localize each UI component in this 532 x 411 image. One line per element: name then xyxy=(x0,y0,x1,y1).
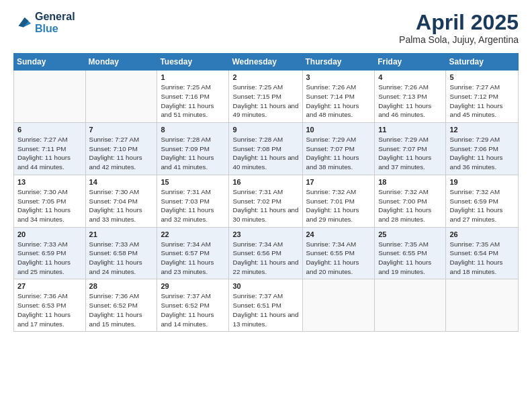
day-info: Sunrise: 7:27 AMSunset: 7:12 PMDaylight:… xyxy=(449,83,515,120)
day-info: Sunrise: 7:31 AMSunset: 7:02 PMDaylight:… xyxy=(232,187,298,224)
day-info: Sunrise: 7:29 AMSunset: 7:07 PMDaylight:… xyxy=(306,135,371,172)
day-number: 30 xyxy=(232,282,298,290)
day-number: 15 xyxy=(161,178,225,186)
day-info: Sunrise: 7:32 AMSunset: 7:00 PMDaylight:… xyxy=(378,187,442,224)
day-info: Sunrise: 7:37 AMSunset: 6:52 PMDaylight:… xyxy=(161,291,225,328)
day-info: Sunrise: 7:37 AMSunset: 6:51 PMDaylight:… xyxy=(232,291,298,328)
weekday-header: Tuesday xyxy=(157,54,229,71)
logo: General Blue xyxy=(13,11,75,36)
calendar-cell: 9Sunrise: 7:28 AMSunset: 7:08 PMDaylight… xyxy=(229,123,302,175)
calendar-cell: 24Sunrise: 7:34 AMSunset: 6:55 PMDayligh… xyxy=(302,227,375,279)
calendar-cell: 21Sunrise: 7:33 AMSunset: 6:58 PMDayligh… xyxy=(85,227,157,279)
page: General Blue April 2025 Palma Sola, Juju… xyxy=(0,0,532,411)
calendar-cell: 15Sunrise: 7:31 AMSunset: 7:03 PMDayligh… xyxy=(157,175,229,227)
title-block: April 2025 Palma Sola, Jujuy, Argentina xyxy=(399,11,519,45)
day-number: 6 xyxy=(17,126,82,134)
calendar-cell xyxy=(302,279,375,332)
day-info: Sunrise: 7:29 AMSunset: 7:06 PMDaylight:… xyxy=(449,135,515,172)
day-number: 7 xyxy=(89,126,154,134)
day-info: Sunrise: 7:26 AMSunset: 7:13 PMDaylight:… xyxy=(378,83,442,120)
day-info: Sunrise: 7:28 AMSunset: 7:09 PMDaylight:… xyxy=(161,135,225,172)
calendar-cell: 7Sunrise: 7:27 AMSunset: 7:10 PMDaylight… xyxy=(85,123,157,175)
calendar-cell: 27Sunrise: 7:36 AMSunset: 6:53 PMDayligh… xyxy=(14,279,86,332)
day-info: Sunrise: 7:25 AMSunset: 7:16 PMDaylight:… xyxy=(161,83,225,120)
calendar-cell xyxy=(446,279,519,332)
day-number: 26 xyxy=(449,230,515,238)
day-number: 13 xyxy=(17,178,82,186)
month-title: April 2025 xyxy=(399,11,519,34)
day-info: Sunrise: 7:35 AMSunset: 6:55 PMDaylight:… xyxy=(378,240,442,277)
calendar-week-row: 1Sunrise: 7:25 AMSunset: 7:16 PMDaylight… xyxy=(14,71,519,123)
weekday-header: Thursday xyxy=(302,54,375,71)
calendar-cell: 6Sunrise: 7:27 AMSunset: 7:11 PMDaylight… xyxy=(14,123,86,175)
calendar-cell: 25Sunrise: 7:35 AMSunset: 6:55 PMDayligh… xyxy=(375,227,446,279)
weekday-header: Friday xyxy=(375,54,446,71)
day-info: Sunrise: 7:27 AMSunset: 7:10 PMDaylight:… xyxy=(89,135,154,172)
calendar-table: SundayMondayTuesdayWednesdayThursdayFrid… xyxy=(13,53,519,332)
weekday-header: Monday xyxy=(85,54,157,71)
day-number: 14 xyxy=(89,178,154,186)
day-number: 23 xyxy=(232,230,298,238)
calendar-cell: 12Sunrise: 7:29 AMSunset: 7:06 PMDayligh… xyxy=(446,123,519,175)
day-number: 24 xyxy=(306,230,371,238)
day-number: 8 xyxy=(161,126,225,134)
day-number: 11 xyxy=(378,126,442,134)
day-info: Sunrise: 7:36 AMSunset: 6:52 PMDaylight:… xyxy=(89,291,154,328)
weekday-header: Wednesday xyxy=(229,54,302,71)
day-info: Sunrise: 7:33 AMSunset: 6:58 PMDaylight:… xyxy=(89,240,154,277)
logo-icon xyxy=(13,15,32,31)
logo-text: General Blue xyxy=(35,11,75,36)
day-info: Sunrise: 7:30 AMSunset: 7:04 PMDaylight:… xyxy=(89,187,154,224)
day-info: Sunrise: 7:31 AMSunset: 7:03 PMDaylight:… xyxy=(161,187,225,224)
day-number: 9 xyxy=(232,126,298,134)
day-number: 20 xyxy=(17,230,82,238)
calendar-cell: 10Sunrise: 7:29 AMSunset: 7:07 PMDayligh… xyxy=(302,123,375,175)
calendar-cell: 13Sunrise: 7:30 AMSunset: 7:05 PMDayligh… xyxy=(14,175,86,227)
calendar-cell: 19Sunrise: 7:32 AMSunset: 6:59 PMDayligh… xyxy=(446,175,519,227)
day-info: Sunrise: 7:32 AMSunset: 7:01 PMDaylight:… xyxy=(306,187,371,224)
day-number: 10 xyxy=(306,126,371,134)
day-number: 18 xyxy=(378,178,442,186)
day-info: Sunrise: 7:34 AMSunset: 6:55 PMDaylight:… xyxy=(306,240,371,277)
day-info: Sunrise: 7:29 AMSunset: 7:07 PMDaylight:… xyxy=(378,135,442,172)
calendar-cell xyxy=(14,71,86,123)
day-info: Sunrise: 7:32 AMSunset: 6:59 PMDaylight:… xyxy=(449,187,515,224)
calendar-cell: 18Sunrise: 7:32 AMSunset: 7:00 PMDayligh… xyxy=(375,175,446,227)
calendar-week-row: 20Sunrise: 7:33 AMSunset: 6:59 PMDayligh… xyxy=(14,227,519,279)
calendar-cell: 8Sunrise: 7:28 AMSunset: 7:09 PMDaylight… xyxy=(157,123,229,175)
calendar-cell: 14Sunrise: 7:30 AMSunset: 7:04 PMDayligh… xyxy=(85,175,157,227)
day-info: Sunrise: 7:26 AMSunset: 7:14 PMDaylight:… xyxy=(306,83,371,120)
calendar-cell: 11Sunrise: 7:29 AMSunset: 7:07 PMDayligh… xyxy=(375,123,446,175)
calendar-cell: 3Sunrise: 7:26 AMSunset: 7:14 PMDaylight… xyxy=(302,71,375,123)
day-number: 3 xyxy=(306,73,371,81)
calendar-cell: 1Sunrise: 7:25 AMSunset: 7:16 PMDaylight… xyxy=(157,71,229,123)
day-info: Sunrise: 7:25 AMSunset: 7:15 PMDaylight:… xyxy=(232,83,298,120)
calendar-week-row: 13Sunrise: 7:30 AMSunset: 7:05 PMDayligh… xyxy=(14,175,519,227)
day-number: 4 xyxy=(378,73,442,81)
location-subtitle: Palma Sola, Jujuy, Argentina xyxy=(399,34,519,45)
day-info: Sunrise: 7:27 AMSunset: 7:11 PMDaylight:… xyxy=(17,135,82,172)
day-number: 1 xyxy=(161,73,225,81)
day-number: 29 xyxy=(161,282,225,290)
day-number: 17 xyxy=(306,178,371,186)
calendar-cell: 2Sunrise: 7:25 AMSunset: 7:15 PMDaylight… xyxy=(229,71,302,123)
day-number: 21 xyxy=(89,230,154,238)
day-info: Sunrise: 7:28 AMSunset: 7:08 PMDaylight:… xyxy=(232,135,298,172)
day-info: Sunrise: 7:34 AMSunset: 6:56 PMDaylight:… xyxy=(232,240,298,277)
day-number: 27 xyxy=(17,282,82,290)
day-info: Sunrise: 7:33 AMSunset: 6:59 PMDaylight:… xyxy=(17,240,82,277)
calendar-cell: 23Sunrise: 7:34 AMSunset: 6:56 PMDayligh… xyxy=(229,227,302,279)
weekday-header: Sunday xyxy=(14,54,86,71)
calendar-cell: 20Sunrise: 7:33 AMSunset: 6:59 PMDayligh… xyxy=(14,227,86,279)
day-info: Sunrise: 7:36 AMSunset: 6:53 PMDaylight:… xyxy=(17,291,82,328)
day-number: 12 xyxy=(449,126,515,134)
calendar-cell: 26Sunrise: 7:35 AMSunset: 6:54 PMDayligh… xyxy=(446,227,519,279)
calendar-cell: 5Sunrise: 7:27 AMSunset: 7:12 PMDaylight… xyxy=(446,71,519,123)
calendar-cell: 16Sunrise: 7:31 AMSunset: 7:02 PMDayligh… xyxy=(229,175,302,227)
weekday-header: Saturday xyxy=(446,54,519,71)
calendar-cell: 22Sunrise: 7:34 AMSunset: 6:57 PMDayligh… xyxy=(157,227,229,279)
calendar-cell: 30Sunrise: 7:37 AMSunset: 6:51 PMDayligh… xyxy=(229,279,302,332)
day-info: Sunrise: 7:35 AMSunset: 6:54 PMDaylight:… xyxy=(449,240,515,277)
day-info: Sunrise: 7:34 AMSunset: 6:57 PMDaylight:… xyxy=(161,240,225,277)
calendar-cell xyxy=(85,71,157,123)
